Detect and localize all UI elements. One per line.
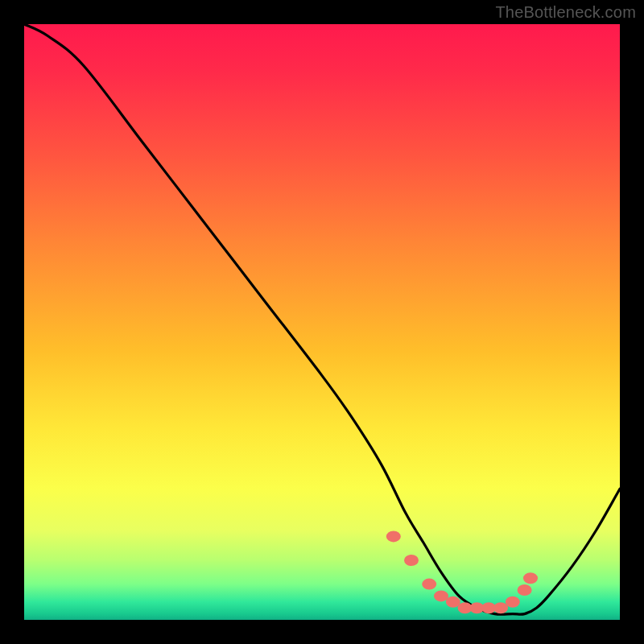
bottleneck-curve bbox=[24, 24, 620, 614]
curve-marker bbox=[434, 590, 448, 601]
curve-svg bbox=[24, 24, 620, 620]
curve-marker bbox=[518, 584, 532, 596]
curve-marker bbox=[422, 579, 436, 590]
chart-frame: TheBottleneck.com bbox=[0, 0, 644, 644]
plot-area bbox=[24, 24, 620, 620]
curve-marker bbox=[523, 572, 538, 584]
curve-markers bbox=[386, 530, 538, 613]
curve-marker bbox=[386, 530, 401, 542]
curve-marker bbox=[493, 602, 508, 613]
curve-marker bbox=[506, 597, 520, 608]
curve-marker bbox=[446, 597, 460, 608]
watermark-label: TheBottleneck.com bbox=[495, 3, 636, 22]
curve-marker bbox=[404, 555, 419, 566]
